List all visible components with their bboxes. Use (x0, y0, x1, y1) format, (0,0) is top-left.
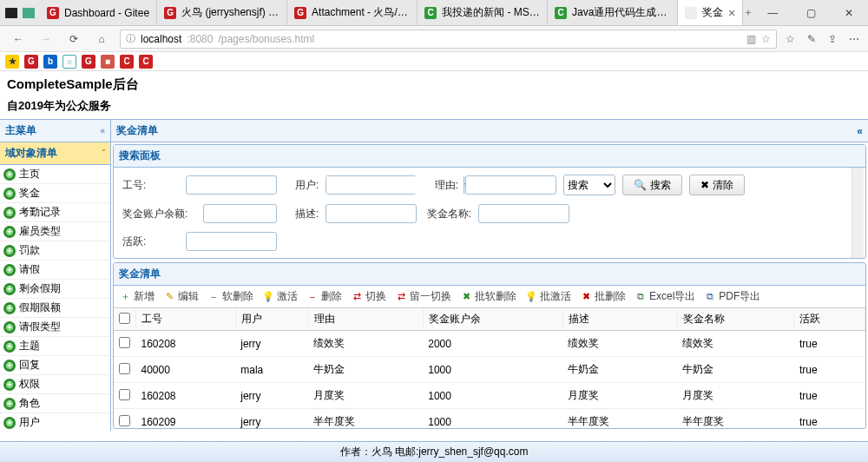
sidebar-header-main[interactable]: 主菜单 « (0, 120, 110, 142)
collapse-icon[interactable]: ˇ (102, 148, 105, 158)
table-header-cell[interactable]: 活跃 (794, 308, 865, 331)
table-row[interactable]: 40000mala牛奶金1000牛奶金牛奶金true (114, 357, 865, 383)
row-checkbox[interactable] (119, 337, 130, 348)
menu-icon[interactable]: ⋯ (849, 33, 859, 45)
toolbar-button[interactable]: −删除 (306, 289, 342, 304)
input-balance[interactable] (203, 204, 277, 223)
bookmark-icon[interactable]: ★ (5, 55, 19, 69)
notes-icon[interactable]: ✎ (807, 33, 816, 45)
toolbar-icon: ✎ (163, 291, 175, 303)
reload-button[interactable]: ⟳ (64, 30, 83, 49)
sidebar-header-domain[interactable]: 域对象清单 ˇ (0, 142, 110, 165)
toolbar-button[interactable]: ✖批删除 (580, 289, 626, 304)
bookmark-icon[interactable]: b (43, 55, 57, 69)
browser-tab[interactable]: C我投递的新闻 - MS&A( (418, 0, 548, 25)
table-header-cell[interactable]: 用户 (235, 308, 308, 331)
toolbar-button[interactable]: ＋新增 (119, 289, 155, 304)
star-icon[interactable]: ☆ (761, 33, 771, 45)
scrollbar[interactable] (852, 168, 864, 258)
new-tab-button[interactable]: ＋ (743, 0, 753, 25)
forward-button[interactable]: → (36, 30, 56, 49)
table-row[interactable]: 160208jerry绩效奖2000绩效奖绩效奖true (114, 331, 865, 357)
sidebar-item[interactable]: +罚款 (0, 241, 110, 261)
sidebar-item[interactable]: +角色 (0, 394, 110, 413)
toolbar-button[interactable]: ⧉Excel导出 (635, 289, 695, 304)
search-mode-select[interactable]: 搜索 (563, 175, 615, 195)
input-name[interactable] (478, 204, 569, 223)
sidebar-item[interactable]: +主页 (0, 165, 110, 184)
row-checkbox[interactable] (119, 389, 130, 400)
table-header-cell[interactable] (114, 308, 136, 331)
table-header-cell[interactable]: 奖金账户余 (423, 308, 562, 331)
sidebar-item[interactable]: +主题 (0, 337, 110, 356)
bookmark-icon[interactable]: G (24, 55, 38, 69)
table-header-cell[interactable]: 描述 (562, 308, 677, 331)
clear-button[interactable]: ✖清除 (689, 175, 745, 195)
input-active[interactable] (186, 232, 277, 251)
browser-tab[interactable]: 奖金× (678, 0, 743, 25)
toolbar-button[interactable]: −软删除 (207, 289, 253, 304)
table-header-cell[interactable]: 工号 (136, 308, 236, 331)
url-field[interactable]: ⓘ localhost:8080/pages/bonuses.html ▥ ☆ (120, 30, 777, 49)
toolbar-button[interactable]: ✖批软删除 (460, 289, 516, 304)
row-checkbox[interactable] (119, 415, 130, 426)
back-button[interactable]: ← (9, 30, 28, 49)
select-all-checkbox[interactable] (119, 313, 130, 324)
plus-icon: + (3, 226, 16, 238)
browser-tab[interactable]: GAttachment - 火鸟/第三 (287, 0, 418, 25)
bookmark-icon[interactable]: ■ (101, 55, 115, 69)
sidebar-item[interactable]: +奖金 (0, 184, 110, 203)
toolbar-button[interactable]: ✎编辑 (163, 289, 199, 304)
data-table: 工号用户理由奖金账户余描述奖金名称活跃 160208jerry绩效奖2000绩效… (114, 308, 865, 429)
table-row[interactable]: 160209jerry半年度奖1000半年度奖半年度奖true (114, 409, 865, 430)
sidebar-item[interactable]: +回复 (0, 356, 110, 375)
bookmark-icon[interactable]: C (120, 55, 134, 69)
toolbar-button[interactable]: ⇄留一切换 (395, 289, 451, 304)
input-desc[interactable] (326, 204, 417, 223)
input-reason[interactable] (465, 175, 556, 195)
sidebar-item[interactable]: +请假 (0, 261, 110, 280)
sidebar-item[interactable]: +考勤记录 (0, 203, 110, 222)
browser-tab[interactable]: GDashboard - Gitee (40, 0, 157, 25)
toolbar-icon: ✖ (580, 291, 592, 303)
favorites-icon[interactable]: ☆ (786, 33, 795, 45)
close-button[interactable]: ✕ (830, 0, 868, 25)
sidebar-item[interactable]: +请假类型 (0, 318, 110, 337)
input-id[interactable] (186, 175, 277, 195)
bookmark-icon[interactable]: G (82, 55, 95, 69)
combo-user[interactable]: ▾ (326, 175, 417, 195)
toolbar-button[interactable]: ⇄切换 (351, 289, 386, 304)
sidebar-item[interactable]: +剩余假期 (0, 280, 110, 299)
toolbar-icon: ⧉ (635, 291, 647, 303)
browser-tab[interactable]: CJava通用代码生成器光 (548, 0, 678, 25)
bookmark-icon[interactable]: ☼ (62, 55, 76, 69)
browser-tab[interactable]: G火鸟 (jerryshensjf) - Git (157, 0, 287, 25)
table-header-cell[interactable]: 奖金名称 (677, 308, 793, 331)
toolbar-button[interactable]: 💡激活 (262, 289, 298, 304)
table-row[interactable]: 160208jerry月度奖1000月度奖月度奖true (114, 383, 865, 409)
grid-header[interactable]: 奖金清单 (114, 263, 865, 286)
row-checkbox[interactable] (119, 363, 130, 374)
sidebar-item-label: 主题 (19, 339, 40, 353)
collapse-icon[interactable]: « (857, 125, 863, 137)
table-header-cell[interactable]: 理由 (308, 308, 423, 331)
main-panel-title: 奖金清单 (116, 123, 158, 138)
minimize-button[interactable]: — (753, 0, 792, 25)
tab-close-icon[interactable]: × (728, 6, 735, 20)
search-button[interactable]: 🔍搜索 (622, 175, 682, 195)
sidebar-item[interactable]: +权限 (0, 375, 110, 394)
table-cell: 绩效奖 (308, 331, 423, 357)
reader-icon[interactable]: ▥ (746, 33, 756, 45)
share-icon[interactable]: ⇪ (828, 33, 837, 45)
sidebar-item[interactable]: +雇员类型 (0, 222, 110, 241)
plus-icon: + (3, 321, 16, 333)
collapse-icon[interactable]: « (100, 126, 105, 135)
bookmark-icon[interactable]: C (139, 55, 153, 69)
toolbar-button[interactable]: ⧉PDF导出 (704, 289, 760, 304)
search-panel-header[interactable]: 搜索面板 (114, 145, 865, 168)
sidebar-item[interactable]: +用户 (0, 413, 110, 431)
sidebar-item[interactable]: +假期限额 (0, 299, 110, 318)
home-button[interactable]: ⌂ (92, 30, 111, 49)
toolbar-button[interactable]: 💡批激活 (525, 289, 571, 304)
maximize-button[interactable]: ▢ (792, 0, 830, 25)
